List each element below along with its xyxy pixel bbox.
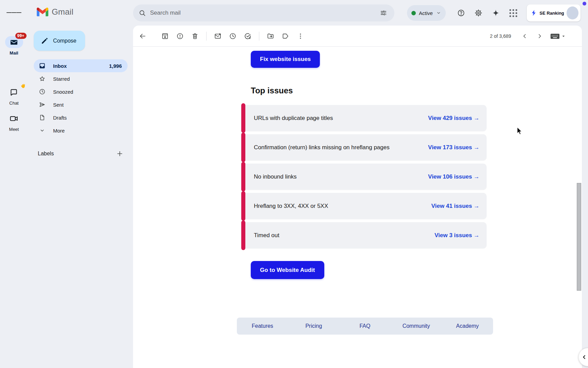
caret-down-icon xyxy=(561,33,566,39)
delete-icon[interactable] xyxy=(187,29,202,44)
more-options-icon[interactable] xyxy=(293,29,308,44)
rail-item-mail[interactable]: 99+ Mail xyxy=(0,36,28,56)
folder-list: Inbox 1,996 Starred Snoozed Sent Draft xyxy=(34,59,128,137)
issue-severity-stripe xyxy=(241,162,245,191)
archive-icon[interactable] xyxy=(158,29,173,44)
draft-icon xyxy=(39,114,46,121)
sidebar-item-label: Snoozed xyxy=(53,89,73,95)
view-issues-link[interactable]: View 173 issues → xyxy=(428,144,479,151)
chevron-down-icon xyxy=(39,127,46,134)
sidebar-item-label: Starred xyxy=(53,76,70,82)
view-issues-link[interactable]: View 106 issues → xyxy=(428,173,479,180)
top-bar: Gmail Active xyxy=(0,0,588,26)
search-icon[interactable] xyxy=(138,9,146,17)
email-footer-nav: Features Pricing FAQ Community Academy xyxy=(237,318,493,335)
rail-item-chat[interactable]: Chat xyxy=(0,86,28,106)
issue-title: No inbound links xyxy=(254,172,297,181)
compose-button[interactable]: Compose xyxy=(34,31,85,51)
move-to-icon[interactable] xyxy=(263,29,278,44)
email-content: Fix website issues Top issues URLs with … xyxy=(133,51,582,335)
clock-icon xyxy=(39,88,46,95)
mail-icon xyxy=(10,38,18,46)
settings-gear-icon[interactable] xyxy=(471,5,486,21)
avatar[interactable] xyxy=(567,6,578,19)
wave-hand-icon xyxy=(19,82,28,91)
mail-unread-badge: 99+ xyxy=(15,33,27,39)
view-issues-link[interactable]: View 3 issues → xyxy=(435,232,479,239)
issue-card: No inbound links View 106 issues → xyxy=(242,164,487,190)
menu-icon[interactable] xyxy=(6,6,21,21)
add-label-icon[interactable] xyxy=(114,148,125,159)
pagination-counter: 2 of 3,689 xyxy=(490,33,511,39)
apps-grid-icon[interactable] xyxy=(505,5,521,21)
report-spam-icon[interactable] xyxy=(173,29,187,44)
search-bar[interactable] xyxy=(133,4,394,21)
tune-icon[interactable] xyxy=(376,5,391,20)
sidebar-item-more[interactable]: More xyxy=(34,124,128,137)
sidebar-item-drafts[interactable]: Drafts xyxy=(34,111,128,124)
sidebar-item-sent[interactable]: Sent xyxy=(34,98,128,111)
sidebar-item-label: Drafts xyxy=(53,115,67,121)
gmail-wordmark: Gmail xyxy=(52,7,74,17)
top-issues-heading: Top issues xyxy=(251,86,582,95)
issue-title: Hreflang to 3XX, 4XX or 5XX xyxy=(254,202,328,211)
vertical-scrollbar[interactable] xyxy=(577,183,581,291)
message-pane: 2 of 3,689 Fix website is xyxy=(133,26,582,368)
snooze-icon[interactable] xyxy=(225,29,240,44)
status-green-dot xyxy=(411,11,416,15)
back-arrow-icon[interactable] xyxy=(135,29,150,44)
labels-header: Labels xyxy=(38,148,125,159)
footer-link-features[interactable]: Features xyxy=(237,323,288,329)
notification-dot xyxy=(583,2,586,5)
inbox-icon xyxy=(39,62,46,69)
prev-email-icon[interactable] xyxy=(517,29,532,44)
chevron-down-icon xyxy=(436,10,441,16)
issue-title: Timed out xyxy=(254,231,279,240)
status-selector[interactable]: Active xyxy=(407,5,446,21)
footer-link-academy[interactable]: Academy xyxy=(442,323,493,329)
footer-link-pricing[interactable]: Pricing xyxy=(288,323,340,329)
sidebar-item-inbox[interactable]: Inbox 1,996 xyxy=(34,59,128,72)
issue-card: Hreflang to 3XX, 4XX or 5XX View 41 issu… xyxy=(242,193,487,219)
sidebar-item-label: Inbox xyxy=(53,63,67,69)
search-input[interactable] xyxy=(150,10,376,16)
input-tools-keyboard-icon[interactable] xyxy=(550,32,566,40)
gemini-sparkle-icon[interactable] xyxy=(488,5,504,21)
compose-label: Compose xyxy=(53,38,76,44)
meet-camera-icon xyxy=(10,114,18,123)
add-to-tasks-icon[interactable] xyxy=(240,29,255,44)
fix-website-issues-button[interactable]: Fix website issues xyxy=(251,51,320,68)
issue-title: Confirmation (return) links missing on h… xyxy=(254,143,390,152)
rail-label-meet: Meet xyxy=(0,127,28,132)
help-icon[interactable] xyxy=(453,5,469,21)
labels-icon[interactable] xyxy=(278,29,293,44)
sidebar-item-snoozed[interactable]: Snoozed xyxy=(34,85,128,98)
se-ranking-account[interactable]: SE Ranking xyxy=(527,4,581,21)
rail-label-chat: Chat xyxy=(0,101,28,106)
issue-severity-stripe xyxy=(241,133,245,162)
inbox-count: 1,996 xyxy=(109,63,122,69)
gmail-logo: Gmail xyxy=(37,7,74,17)
footer-link-community[interactable]: Community xyxy=(391,323,442,329)
go-to-website-audit-button[interactable]: Go to Website Audit xyxy=(251,261,324,279)
rail-item-meet[interactable]: Meet xyxy=(0,112,28,132)
view-issues-link[interactable]: View 429 issues → xyxy=(428,115,479,122)
issue-card: Confirmation (return) links missing on h… xyxy=(242,134,487,160)
issue-severity-stripe xyxy=(241,220,245,250)
view-issues-link[interactable]: View 41 issues → xyxy=(431,203,479,210)
issue-card: URLs with duplicate page titles View 429… xyxy=(242,105,487,131)
pencil-icon xyxy=(40,37,49,45)
account-label: SE Ranking xyxy=(540,11,564,16)
issue-title: URLs with duplicate page titles xyxy=(254,114,333,123)
chat-icon xyxy=(10,88,18,97)
mark-unread-icon[interactable] xyxy=(210,29,225,44)
footer-link-faq[interactable]: FAQ xyxy=(339,323,391,329)
issue-severity-stripe xyxy=(241,103,245,133)
sidebar-item-label: Sent xyxy=(53,102,64,108)
next-email-icon[interactable] xyxy=(532,29,547,44)
issue-severity-stripe xyxy=(241,191,245,221)
sidebar-item-starred[interactable]: Starred xyxy=(34,72,128,85)
star-icon xyxy=(39,75,46,82)
se-ranking-bolt-icon xyxy=(531,9,537,17)
issues-list: URLs with duplicate page titles View 429… xyxy=(242,105,487,248)
